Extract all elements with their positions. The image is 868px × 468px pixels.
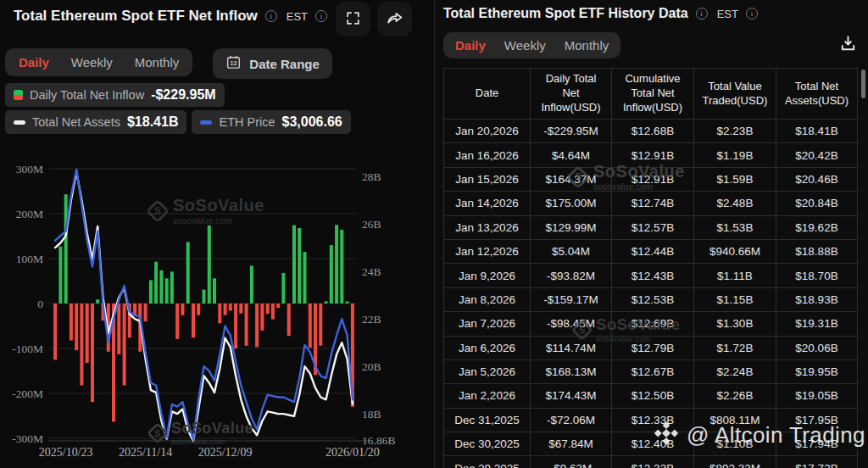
net-inflow-bar[interactable] <box>340 230 343 304</box>
net-inflow-bar[interactable] <box>319 304 322 346</box>
cell-inflow: -$72.06M <box>531 409 612 432</box>
net-inflow-bar[interactable] <box>234 304 237 348</box>
net-inflow-bar[interactable] <box>181 304 184 315</box>
net-inflow-bar[interactable] <box>298 228 301 304</box>
x-axis-label: 2025/10/23 <box>39 446 93 459</box>
net-inflow-bar[interactable] <box>192 304 195 337</box>
table-row: Dec 30,2025$67.84M$12.40B$1.10B$17.94B <box>444 432 859 456</box>
legend-value: $18.41B <box>127 114 179 130</box>
net-inflow-bar[interactable] <box>303 252 307 304</box>
net-inflow-bar[interactable] <box>149 280 153 304</box>
tab-weekly[interactable]: Weekly <box>71 55 113 70</box>
net-inflow-bar[interactable] <box>266 304 270 314</box>
fullscreen-button[interactable] <box>336 2 370 36</box>
net-inflow-bar[interactable] <box>58 247 62 304</box>
net-inflow-bar[interactable] <box>91 304 94 402</box>
net-inflow-bar[interactable] <box>346 302 349 304</box>
net-inflow-bar[interactable] <box>117 304 120 354</box>
net-inflow-bar[interactable] <box>229 304 232 311</box>
net-inflow-bar[interactable] <box>175 304 179 339</box>
net-inflow-bar[interactable] <box>309 304 312 348</box>
cell-cumulative: $12.44B <box>612 240 694 264</box>
net-inflow-bar[interactable] <box>239 304 242 314</box>
info-icon[interactable] <box>315 10 327 22</box>
page-title: Total Ethereum Spot ETF Net Inflow <box>14 8 258 25</box>
net-inflow-bar[interactable] <box>123 304 126 386</box>
net-inflow-bar[interactable] <box>197 304 200 315</box>
net-inflow-bar[interactable] <box>218 304 221 323</box>
column-header-cumulative-inflow: Cumulative Total Net Inflow(USD) <box>612 69 694 120</box>
table-row: Jan 6,2026$114.74M$12.79B$1.72B$20.06B <box>444 337 859 360</box>
table-body: Jan 20,2026-$229.95M$12.68B$2.23B$18.41B… <box>444 120 859 468</box>
net-inflow-chart[interactable]: 300M200M100M0-100M-200M-300M28B26B24B22B… <box>0 151 434 466</box>
cell-assets: $19.05B <box>776 384 858 408</box>
net-inflow-bar[interactable] <box>276 304 280 308</box>
net-inflow-bar[interactable] <box>250 266 253 304</box>
column-header-net-assets: Total Net Assets(USD) <box>776 69 858 120</box>
cell-traded: $2.26B <box>694 384 776 408</box>
net-inflow-bar[interactable] <box>144 304 147 321</box>
info-icon[interactable] <box>696 8 708 20</box>
date-range-button[interactable]: 12 Date Range <box>213 48 332 79</box>
tab-daily[interactable]: Daily <box>455 38 486 53</box>
cell-date: Jan 2,2026 <box>444 384 531 408</box>
table-row: Jan 15,2026$164.37M$12.91B$1.59B$20.46B <box>444 168 859 192</box>
net-inflow-bar[interactable] <box>330 245 333 304</box>
cell-inflow: $67.84M <box>531 432 612 456</box>
cell-date: Jan 9,2026 <box>444 264 531 287</box>
net-inflow-bar[interactable] <box>154 262 158 304</box>
tab-daily[interactable]: Daily <box>19 55 49 70</box>
table-row: Jan 20,2026-$229.95M$12.68B$2.23B$18.41B <box>444 120 859 143</box>
share-button[interactable] <box>377 2 412 36</box>
info-icon[interactable] <box>265 10 277 22</box>
net-inflow-bar[interactable] <box>245 304 248 346</box>
net-inflow-bar[interactable] <box>186 242 190 304</box>
net-inflow-bar[interactable] <box>292 226 296 304</box>
cell-traded: $2.24B <box>694 360 776 384</box>
cell-date: Jan 6,2026 <box>444 337 531 360</box>
net-inflow-bar[interactable] <box>255 304 259 347</box>
x-axis-label: 2026/01/20 <box>326 446 380 459</box>
tab-monthly[interactable]: Monthly <box>135 55 180 70</box>
cell-date: Jan 20,2026 <box>444 120 531 143</box>
table-header-row: Date Daily Total Net Inflow(USD) Cumulat… <box>444 69 859 120</box>
net-inflow-bar[interactable] <box>224 304 227 315</box>
fullscreen-icon <box>345 10 361 29</box>
net-inflow-bar[interactable] <box>165 278 169 304</box>
net-inflow-bar[interactable] <box>170 271 174 304</box>
cell-assets: $19.31B <box>776 312 858 336</box>
net-inflow-bar[interactable] <box>80 304 83 386</box>
net-inflow-bar[interactable] <box>159 270 163 304</box>
legend-total-net-assets[interactable]: Total Net Assets $18.41B <box>5 110 186 134</box>
table-row: Jan 7,2026-$98.45M$12.69B$1.30B$19.31B <box>444 312 859 336</box>
date-range-label: Date Range <box>249 57 320 71</box>
net-inflow-bar[interactable] <box>287 304 291 336</box>
cell-inflow: -$93.82M <box>531 264 612 287</box>
legend-eth-price[interactable]: ETH Price $3,006.66 <box>192 110 350 134</box>
cell-date: Jan 7,2026 <box>444 312 531 336</box>
net-inflow-bar[interactable] <box>70 304 73 341</box>
download-button[interactable] <box>838 34 858 56</box>
tab-weekly[interactable]: Weekly <box>504 38 546 53</box>
net-inflow-bar[interactable] <box>64 194 68 304</box>
total-net-assets-line[interactable] <box>55 172 353 442</box>
net-inflow-bar[interactable] <box>213 278 216 304</box>
legend-daily-net-inflow[interactable]: Daily Total Net Inflow -$229.95M <box>5 83 225 107</box>
net-inflow-bar[interactable] <box>325 301 328 304</box>
eth-price-line[interactable] <box>55 170 353 439</box>
net-inflow-bar[interactable] <box>281 273 285 304</box>
net-inflow-bar[interactable] <box>203 290 206 304</box>
net-inflow-bar[interactable] <box>260 304 264 331</box>
net-inflow-bar[interactable] <box>208 226 211 304</box>
info-icon[interactable] <box>746 8 758 20</box>
net-inflow-bar[interactable] <box>271 304 275 320</box>
cell-inflow: -$229.95M <box>531 120 612 143</box>
net-inflow-bar[interactable] <box>75 304 78 350</box>
table-scrollbar-thumb[interactable] <box>861 70 865 98</box>
net-inflow-bar[interactable] <box>335 225 338 304</box>
tab-monthly[interactable]: Monthly <box>565 38 609 53</box>
net-inflow-bar[interactable] <box>96 299 99 304</box>
net-inflow-bar[interactable] <box>53 304 57 359</box>
net-inflow-bar[interactable] <box>86 304 89 363</box>
cell-date: Jan 12,2026 <box>444 240 531 264</box>
